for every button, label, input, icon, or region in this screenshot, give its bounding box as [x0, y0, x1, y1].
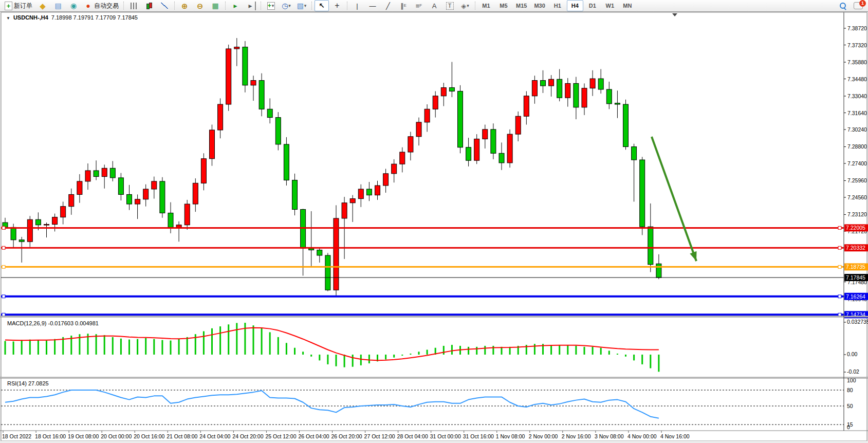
- candle-body: [640, 160, 645, 227]
- time-tick-label: 1 Nov 08:00: [496, 433, 525, 439]
- line-handle[interactable]: [2, 313, 5, 316]
- timeframe-d1-button[interactable]: D1: [584, 0, 601, 11]
- bar-chart-button[interactable]: [126, 0, 141, 11]
- candle-body: [27, 219, 32, 242]
- zoom-out-button[interactable]: [193, 0, 207, 11]
- price-label-text: 7.17845: [846, 274, 865, 281]
- autotrade-button[interactable]: 自动交易: [82, 0, 121, 11]
- market-watch-button[interactable]: [35, 0, 50, 11]
- candle-body: [532, 81, 537, 96]
- indicators-button[interactable]: [264, 0, 278, 11]
- macd-histogram-bar: [368, 355, 370, 363]
- chart-shift-button[interactable]: [228, 0, 243, 11]
- timeframe-m5-button[interactable]: M5: [495, 0, 512, 11]
- candle-body: [400, 152, 405, 164]
- time-tick-label: 20 Oct 00:00: [101, 433, 132, 439]
- candle-chart-button[interactable]: [142, 0, 156, 11]
- bar-chart-icon: [131, 3, 137, 9]
- chart-title[interactable]: USDCNH-,H4 7.18998 7.19791 7.17709 7.178…: [6, 14, 138, 21]
- timeframe-m15-button[interactable]: M15: [513, 0, 530, 11]
- chart-canvas[interactable]: 7.387207.373207.358807.344807.330407.316…: [0, 0, 868, 443]
- navigator-button[interactable]: [66, 0, 81, 11]
- zoom-in-icon: [180, 2, 189, 10]
- line-handle[interactable]: [2, 295, 5, 298]
- crosshair-button[interactable]: [330, 0, 344, 11]
- macd-histogram-bar: [451, 345, 453, 355]
- line-handle[interactable]: [838, 226, 841, 229]
- line-chart-button[interactable]: [157, 0, 172, 11]
- text-button[interactable]: [427, 0, 441, 11]
- line-handle[interactable]: [838, 246, 841, 249]
- cursor-button[interactable]: [315, 0, 329, 11]
- toolbar-right-group: 1: [835, 0, 866, 11]
- timeframe-mn-button[interactable]: MN: [619, 0, 636, 11]
- line-handle[interactable]: [838, 295, 841, 298]
- macd-histogram-bar: [509, 347, 511, 355]
- line-handle[interactable]: [838, 265, 841, 268]
- macd-histogram-bar: [96, 334, 97, 355]
- chevron-down-icon[interactable]: [6, 14, 10, 21]
- search-button[interactable]: [836, 0, 850, 11]
- price-tick-label: 7.35880: [847, 59, 867, 65]
- price-tick-label: 7.28800: [847, 143, 867, 150]
- candle-body: [416, 122, 421, 137]
- chart-shift-icon: [231, 2, 240, 10]
- timeframe-h1-button[interactable]: H1: [549, 0, 566, 11]
- vline-button[interactable]: [350, 0, 364, 11]
- line-handle[interactable]: [2, 265, 5, 268]
- macd-histogram-bar: [120, 339, 122, 355]
- candle-body: [259, 81, 264, 109]
- notifications-button[interactable]: 1: [851, 0, 865, 11]
- timeframe-m1-button[interactable]: M1: [478, 0, 494, 11]
- candle-body: [648, 227, 653, 264]
- fibonacci-button[interactable]: [412, 0, 426, 11]
- time-tick-label: 4 Nov 16:00: [660, 433, 690, 439]
- line-handle[interactable]: [2, 226, 5, 229]
- toolbar-separator: [347, 2, 347, 10]
- rsi-indicator-label: RSI(14) 27.0825: [7, 380, 49, 386]
- candle-body: [515, 116, 521, 134]
- candle-body: [433, 96, 438, 109]
- macd-histogram-bar: [427, 350, 428, 355]
- label-button[interactable]: [442, 0, 457, 11]
- timeframe-w1-button[interactable]: W1: [602, 0, 618, 11]
- candle-body: [19, 240, 24, 242]
- line-chart-icon: [161, 3, 168, 9]
- hline-button[interactable]: [365, 0, 380, 11]
- line-handle[interactable]: [2, 246, 5, 249]
- timeframe-m30-button[interactable]: M30: [531, 0, 548, 11]
- candle-body: [102, 168, 107, 176]
- macd-histogram-bar: [492, 346, 494, 355]
- new-order-button[interactable]: 新订单: [3, 0, 34, 11]
- market-watch-icon: [39, 2, 47, 10]
- line-handle[interactable]: [838, 313, 841, 316]
- periods-button[interactable]: [279, 0, 293, 11]
- channel-button[interactable]: [396, 0, 411, 11]
- time-tick-label: 3 Nov 08:00: [595, 433, 624, 439]
- candle-body: [35, 219, 41, 225]
- shapes-button[interactable]: [458, 0, 472, 11]
- auto-scroll-button[interactable]: [244, 0, 258, 11]
- candle-body: [449, 87, 454, 91]
- candle-body: [499, 153, 504, 163]
- data-window-button[interactable]: [51, 0, 65, 11]
- clock-icon: [282, 2, 291, 10]
- cursor-icon: [318, 2, 326, 10]
- channel-icon: [399, 2, 408, 10]
- time-tick-label: 19 Oct 08:00: [68, 433, 99, 439]
- macd-histogram-bar: [112, 337, 114, 355]
- candle-body: [127, 194, 132, 204]
- macd-histogram-bar: [219, 326, 221, 355]
- macd-histogram-bar: [203, 331, 205, 355]
- trendline-button[interactable]: [381, 0, 395, 11]
- candle-body: [52, 217, 58, 225]
- macd-histogram-bar: [244, 323, 246, 355]
- zoom-in-button[interactable]: [177, 0, 192, 11]
- candle-body: [284, 144, 289, 180]
- macd-histogram-bar: [352, 355, 354, 367]
- tile-windows-button[interactable]: [208, 0, 223, 11]
- trendline-icon: [384, 2, 393, 10]
- templates-button[interactable]: [294, 0, 309, 11]
- candle-body: [69, 194, 74, 206]
- timeframe-h4-button[interactable]: H4: [567, 0, 583, 11]
